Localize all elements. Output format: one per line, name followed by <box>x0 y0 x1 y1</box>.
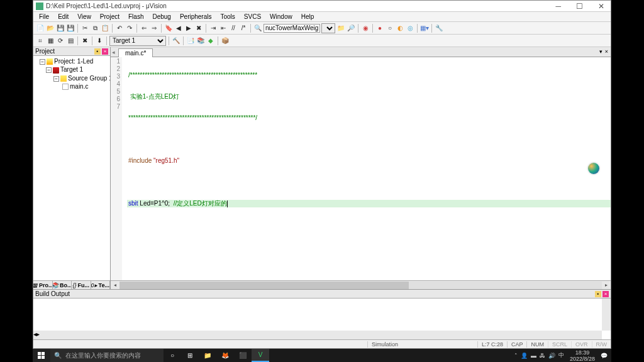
paste-icon[interactable]: 📋 <box>101 24 109 33</box>
bookmark-prev-icon[interactable]: ◀ <box>174 24 183 33</box>
options-icon[interactable]: 🔨 <box>172 36 180 45</box>
project-panel-header[interactable]: Project ▪ × <box>33 47 110 56</box>
code-content[interactable]: /***************************************… <box>127 57 611 280</box>
tree-project-root[interactable]: −Project: 1-Led <box>35 57 109 65</box>
debug-icon[interactable]: ◉ <box>361 24 370 33</box>
find-in-files-icon[interactable]: 📁 <box>336 24 345 33</box>
build-vscroll[interactable] <box>602 299 611 331</box>
comment-icon[interactable]: // <box>229 24 238 33</box>
configure-icon[interactable]: 🔧 <box>435 24 443 33</box>
build-hscroll[interactable]: ◂ ▸ <box>33 331 602 339</box>
pin-icon[interactable]: ▪ <box>94 48 101 55</box>
batch-build-icon[interactable]: ▤ <box>66 36 75 45</box>
save-icon[interactable]: 💾 <box>56 24 65 33</box>
tray-usb-icon[interactable]: ▬ <box>531 353 536 359</box>
cortana-icon[interactable]: ○ <box>164 349 181 362</box>
notifications-icon[interactable]: 💬 <box>601 353 608 359</box>
editor-hscroll[interactable]: ◂ ▸ <box>111 280 611 289</box>
incremental-find-icon[interactable]: 🔎 <box>347 24 355 33</box>
tab-books[interactable]: 📚Bo... <box>53 281 72 289</box>
firefox-icon[interactable]: 🦊 <box>216 349 234 362</box>
menu-help[interactable]: Help <box>298 13 318 21</box>
outdent-icon[interactable]: ⇤ <box>219 24 228 33</box>
tree-file-main-c[interactable]: main.c <box>35 82 109 90</box>
tray-network-icon[interactable]: 🖧 <box>540 353 545 359</box>
manage-rte-icon[interactable]: ◆ <box>206 36 215 45</box>
assistant-orb[interactable] <box>588 163 599 174</box>
bookmark-clear-icon[interactable]: ✖ <box>194 24 203 33</box>
tab-project[interactable]: ▦Pro... <box>33 281 53 289</box>
menu-debug[interactable]: Debug <box>149 13 174 21</box>
bookmark-next-icon[interactable]: ▶ <box>184 24 193 33</box>
close-button[interactable]: ✕ <box>594 2 608 11</box>
maximize-button[interactable]: ☐ <box>572 2 587 11</box>
keil-task-icon[interactable]: V <box>252 349 269 362</box>
breakpoint-insert-icon[interactable]: ● <box>375 24 384 33</box>
menu-peripherals[interactable]: Peripherals <box>177 13 215 21</box>
pin-icon[interactable]: ▪ <box>595 291 601 297</box>
tab-scroll-left[interactable]: ◂ <box>112 49 115 55</box>
minimize-button[interactable]: ─ <box>552 2 565 11</box>
collapse-icon[interactable]: − <box>53 76 59 82</box>
find-history[interactable] <box>321 23 335 33</box>
build-output-header[interactable]: Build Output ▪ × <box>33 290 611 299</box>
find-icon[interactable]: 🔍 <box>253 24 262 33</box>
menu-tools[interactable]: Tools <box>218 13 238 21</box>
cut-icon[interactable]: ✂ <box>80 24 89 33</box>
tray-chevron-icon[interactable]: ˄ <box>514 353 518 359</box>
project-tree[interactable]: −Project: 1-Led −Target 1 −Source Group … <box>33 56 110 280</box>
scroll-right-icon[interactable]: ▸ <box>602 282 611 289</box>
panel-close-icon[interactable]: × <box>602 291 609 297</box>
menu-edit[interactable]: Edit <box>55 13 72 21</box>
tree-source-group[interactable]: −Source Group 1 <box>35 74 109 82</box>
tab-dropdown-icon[interactable]: ▾ <box>599 48 602 55</box>
tab-close-icon[interactable]: × <box>605 48 608 55</box>
menu-svcs[interactable]: SVCS <box>241 13 264 21</box>
scroll-left-icon[interactable]: ◂ <box>111 282 119 289</box>
collapse-icon[interactable]: − <box>46 67 52 73</box>
scroll-thumb[interactable] <box>119 282 409 289</box>
menu-flash[interactable]: Flash <box>125 13 147 21</box>
file-ext-icon[interactable]: 📑 <box>186 36 195 45</box>
tray-volume-icon[interactable]: 🔊 <box>548 353 555 359</box>
new-file-icon[interactable]: 📄 <box>36 24 45 33</box>
panel-close-icon[interactable]: × <box>102 48 108 55</box>
tab-templates[interactable]: 0▸Te... <box>91 281 111 289</box>
tray-people-icon[interactable]: 👤 <box>521 353 528 359</box>
translate-icon[interactable]: ⌗ <box>36 36 45 45</box>
menu-view[interactable]: View <box>74 13 94 21</box>
build-output-body[interactable]: ◂ ▸ <box>33 299 611 339</box>
breakpoint-enable-icon[interactable]: ○ <box>386 24 394 33</box>
tree-target[interactable]: −Target 1 <box>35 65 109 74</box>
undo-icon[interactable]: ↶ <box>115 24 124 33</box>
breakpoint-kill-icon[interactable]: ◎ <box>406 24 414 33</box>
tray-ime[interactable]: 中 <box>558 351 564 359</box>
find-input[interactable] <box>264 24 320 33</box>
bookmark-icon[interactable]: 🔖 <box>164 24 173 33</box>
fold-margin[interactable] <box>122 57 127 280</box>
breakpoint-disable-icon[interactable]: ◐ <box>396 24 404 33</box>
taskbar-search[interactable]: 🔍 在这里输入你要搜索的内容 <box>50 349 164 362</box>
menu-file[interactable]: File <box>36 13 52 21</box>
target-select[interactable]: Target 1 <box>109 36 166 46</box>
nav-fwd-icon[interactable]: ⇒ <box>150 24 158 33</box>
obs-icon[interactable]: ⬛ <box>234 349 252 362</box>
nav-back-icon[interactable]: ⇐ <box>140 24 148 33</box>
scroll-right-icon[interactable]: ▸ <box>36 331 40 339</box>
download-icon[interactable]: ⬇ <box>95 36 104 45</box>
collapse-icon[interactable]: − <box>40 59 45 65</box>
pack-installer-icon[interactable]: 📦 <box>221 36 230 45</box>
rebuild-icon[interactable]: ⟳ <box>56 36 65 45</box>
menu-project[interactable]: Project <box>97 13 123 21</box>
copy-icon[interactable]: ⧉ <box>91 24 99 33</box>
task-view-icon[interactable]: ⊞ <box>181 349 199 362</box>
editor-tab-main-c[interactable]: main.c* <box>118 48 153 57</box>
window-layout-icon[interactable]: ▦▾ <box>420 24 429 33</box>
file-explorer-icon[interactable]: 📁 <box>199 349 216 362</box>
stop-build-icon[interactable]: ✖ <box>80 36 89 45</box>
build-target-icon[interactable]: ▦ <box>46 36 55 45</box>
start-button[interactable] <box>33 349 50 362</box>
indent-icon[interactable]: ⇥ <box>209 24 218 33</box>
tab-functions[interactable]: {}Fu... <box>72 281 91 289</box>
taskbar-clock[interactable]: 18:39 2022/8/28 <box>567 349 597 362</box>
